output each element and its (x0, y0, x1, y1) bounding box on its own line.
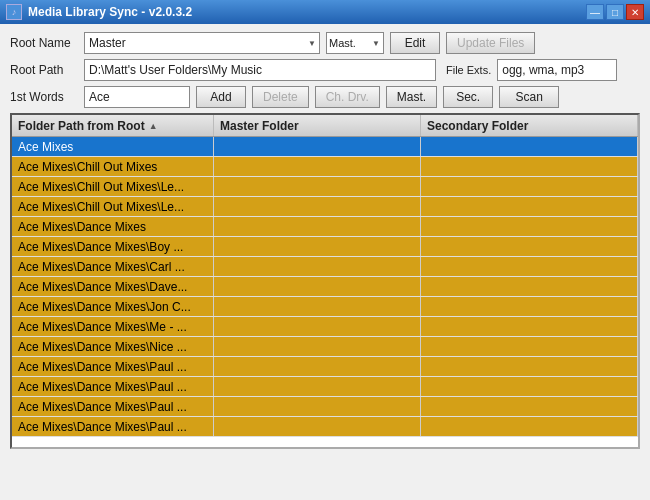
first-words-label: 1st Words (10, 90, 78, 104)
root-name-select[interactable]: Master (84, 32, 320, 54)
cell-folder-path: Ace Mixes\Dance Mixes\Paul ... (12, 417, 214, 436)
title-bar: ♪ Media Library Sync - v2.0.3.2 — □ ✕ (0, 0, 650, 24)
cell-folder-path: Ace Mixes\Dance Mixes\Paul ... (12, 377, 214, 396)
first-words-row: 1st Words Add Delete Ch. Drv. Mast. Sec.… (10, 86, 640, 108)
table-row[interactable]: Ace Mixes\Chill Out Mixes (12, 157, 638, 177)
sec-button[interactable]: Sec. (443, 86, 493, 108)
maximize-button[interactable]: □ (606, 4, 624, 20)
minimize-button[interactable]: — (586, 4, 604, 20)
cell-secondary-folder (421, 257, 638, 276)
cell-secondary-folder (421, 157, 638, 176)
table-row[interactable]: Ace Mixes\Dance Mixes\Dave... (12, 277, 638, 297)
col-master-folder: Master Folder (214, 115, 421, 136)
cell-folder-path: Ace Mixes\Dance Mixes (12, 217, 214, 236)
scan-button[interactable]: Scan (499, 86, 559, 108)
cell-master-folder (214, 397, 421, 416)
cell-master-folder (214, 257, 421, 276)
cell-secondary-folder (421, 417, 638, 436)
root-path-label: Root Path (10, 63, 78, 77)
table-row[interactable]: Ace Mixes\Dance Mixes\Paul ... (12, 357, 638, 377)
table-row[interactable]: Ace Mixes\Dance Mixes (12, 217, 638, 237)
table-body: Ace MixesAce Mixes\Chill Out MixesAce Mi… (12, 137, 638, 449)
table-row[interactable]: Ace Mixes\Dance Mixes\Nice ... (12, 337, 638, 357)
cell-secondary-folder (421, 337, 638, 356)
table-header: Folder Path from Root ▲ Master Folder Se… (12, 115, 638, 137)
cell-secondary-folder (421, 137, 638, 156)
cell-master-folder (214, 417, 421, 436)
cell-master-folder (214, 177, 421, 196)
root-path-row: Root Path File Exts. (10, 59, 640, 81)
cell-secondary-folder (421, 197, 638, 216)
table-row[interactable]: Ace Mixes\Dance Mixes\Carl ... (12, 257, 638, 277)
cell-master-folder (214, 277, 421, 296)
col-folder-path: Folder Path from Root ▲ (12, 115, 214, 136)
cell-folder-path: Ace Mixes\Dance Mixes\Paul ... (12, 397, 214, 416)
update-files-button[interactable]: Update Files (446, 32, 535, 54)
root-name-short-wrapper: Mast. (326, 32, 384, 54)
sort-arrow-icon: ▲ (149, 121, 158, 131)
cell-master-folder (214, 237, 421, 256)
cell-folder-path: Ace Mixes\Dance Mixes\Carl ... (12, 257, 214, 276)
window-title: Media Library Sync - v2.0.3.2 (28, 5, 192, 19)
cell-secondary-folder (421, 377, 638, 396)
ch-drv-button[interactable]: Ch. Drv. (315, 86, 380, 108)
cell-master-folder (214, 197, 421, 216)
close-button[interactable]: ✕ (626, 4, 644, 20)
cell-secondary-folder (421, 277, 638, 296)
table-row[interactable]: Ace Mixes\Chill Out Mixes\Le... (12, 197, 638, 217)
root-name-label: Root Name (10, 36, 78, 50)
table-row[interactable]: Ace Mixes\Chill Out Mixes\Le... (12, 177, 638, 197)
cell-master-folder (214, 157, 421, 176)
cell-secondary-folder (421, 217, 638, 236)
table-row[interactable]: Ace Mixes\Dance Mixes\Me - ... (12, 317, 638, 337)
folder-table: Folder Path from Root ▲ Master Folder Se… (10, 113, 640, 449)
mast-button[interactable]: Mast. (386, 86, 437, 108)
cell-secondary-folder (421, 237, 638, 256)
file-exts-label: File Exts. (446, 64, 491, 76)
cell-folder-path: Ace Mixes\Dance Mixes\Paul ... (12, 357, 214, 376)
cell-secondary-folder (421, 297, 638, 316)
cell-secondary-folder (421, 357, 638, 376)
cell-folder-path: Ace Mixes\Chill Out Mixes (12, 157, 214, 176)
cell-folder-path: Ace Mixes\Dance Mixes\Me - ... (12, 317, 214, 336)
cell-master-folder (214, 377, 421, 396)
root-path-input[interactable] (84, 59, 436, 81)
root-name-short-select[interactable]: Mast. (326, 32, 384, 54)
cell-secondary-folder (421, 177, 638, 196)
table-row[interactable]: Ace Mixes\Dance Mixes\Boy ... (12, 237, 638, 257)
cell-secondary-folder (421, 397, 638, 416)
table-row[interactable]: Ace Mixes\Dance Mixes\Paul ... (12, 397, 638, 417)
app-icon: ♪ (6, 4, 22, 20)
first-words-input[interactable] (84, 86, 190, 108)
table-row[interactable]: Ace Mixes (12, 137, 638, 157)
table-row[interactable]: Ace Mixes\Dance Mixes\Paul ... (12, 377, 638, 397)
cell-folder-path: Ace Mixes\Dance Mixes\Boy ... (12, 237, 214, 256)
table-row[interactable]: Ace Mixes\Dance Mixes\Paul ... (12, 417, 638, 437)
root-name-select-wrapper: Master (84, 32, 320, 54)
cell-secondary-folder (421, 317, 638, 336)
cell-folder-path: Ace Mixes\Chill Out Mixes\Le... (12, 177, 214, 196)
cell-master-folder (214, 317, 421, 336)
main-content: Root Name Master Mast. Edit Update Files… (0, 24, 650, 455)
cell-folder-path: Ace Mixes\Dance Mixes\Nice ... (12, 337, 214, 356)
cell-folder-path: Ace Mixes\Dance Mixes\Dave... (12, 277, 214, 296)
cell-master-folder (214, 297, 421, 316)
table-row[interactable]: Ace Mixes\Dance Mixes\Jon C... (12, 297, 638, 317)
edit-button[interactable]: Edit (390, 32, 440, 54)
window-controls: — □ ✕ (586, 4, 644, 20)
cell-master-folder (214, 337, 421, 356)
root-name-row: Root Name Master Mast. Edit Update Files (10, 32, 640, 54)
file-exts-input[interactable] (497, 59, 617, 81)
col-secondary-folder: Secondary Folder (421, 115, 638, 136)
cell-folder-path: Ace Mixes\Dance Mixes\Jon C... (12, 297, 214, 316)
delete-button[interactable]: Delete (252, 86, 309, 108)
cell-master-folder (214, 357, 421, 376)
cell-folder-path: Ace Mixes\Chill Out Mixes\Le... (12, 197, 214, 216)
cell-master-folder (214, 137, 421, 156)
add-button[interactable]: Add (196, 86, 246, 108)
cell-master-folder (214, 217, 421, 236)
cell-folder-path: Ace Mixes (12, 137, 214, 156)
